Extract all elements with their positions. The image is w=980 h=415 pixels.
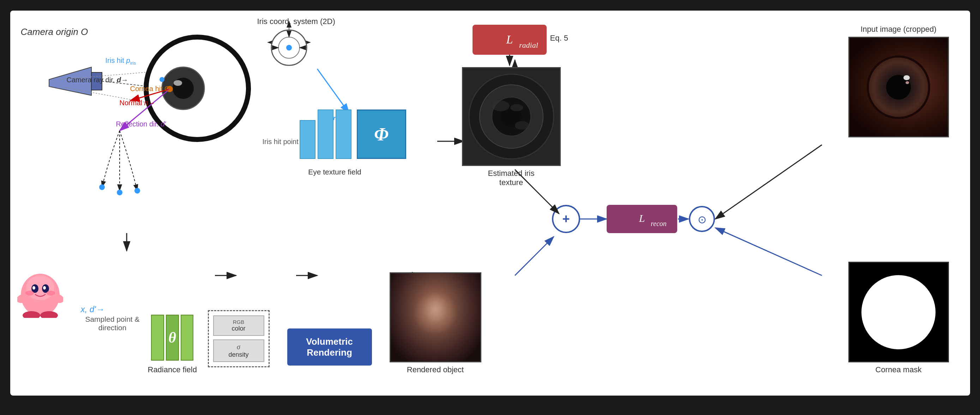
svg-line-26 — [515, 237, 554, 276]
texture-block-2 — [318, 110, 334, 159]
svg-point-13 — [173, 78, 194, 99]
rendered-object-image — [390, 272, 481, 362]
svg-rect-38 — [607, 205, 677, 233]
cornea-mask-caption: Cornea mask — [875, 365, 922, 374]
texture-block-1 — [300, 120, 315, 159]
sigma-label-box: σ density — [213, 339, 264, 362]
theta-symbol: θ — [168, 329, 176, 346]
svg-point-62 — [492, 101, 509, 111]
kirby-character — [17, 263, 63, 318]
input-image-label: Input image (cropped) — [861, 25, 936, 34]
rgb-sigma-output: RGB color σ density — [208, 310, 270, 367]
rgb-label-box: RGB color — [213, 315, 264, 336]
svg-line-31 — [317, 69, 349, 113]
svg-text:⊙: ⊙ — [697, 214, 706, 225]
estimated-iris-section: Estimated iristexture — [462, 67, 561, 187]
theta-strip-1 — [151, 315, 164, 361]
svg-line-46 — [715, 228, 822, 276]
svg-point-20 — [117, 190, 123, 195]
cornea-mask-section: Cornea mask — [848, 262, 949, 374]
svg-text:+: + — [562, 212, 570, 226]
input-image-section: Input image (cropped) — [848, 25, 949, 137]
main-diagram: + L recon ⊙ L radial Camera origin O Cam… — [10, 11, 970, 396]
svg-point-35 — [553, 206, 579, 232]
normal-label: Normal n→ — [119, 99, 155, 107]
svg-point-19 — [99, 184, 105, 190]
svg-point-14 — [173, 80, 182, 86]
rendered-face-highlight — [413, 291, 458, 335]
input-image — [848, 37, 949, 137]
vol-render-box: Volumetric Rendering — [287, 329, 372, 366]
camera-origin-label: Camera origin O — [21, 27, 88, 37]
svg-text:recon: recon — [651, 220, 667, 227]
svg-point-63 — [515, 121, 529, 129]
svg-point-70 — [43, 286, 46, 290]
rendered-object-caption: Rendered object — [407, 365, 464, 374]
cornea-hit-label: Cornea hit O' — [130, 85, 172, 93]
eye-texture-caption: Eye texture field — [300, 168, 370, 176]
input-reflection — [904, 75, 910, 80]
radiance-field-section: θ Radiance field — [148, 313, 197, 374]
svg-point-69 — [32, 286, 35, 290]
svg-rect-48 — [473, 25, 547, 55]
rgb-label: RGB — [217, 319, 260, 325]
svg-point-41 — [690, 207, 714, 231]
svg-point-64 — [510, 104, 523, 111]
svg-point-21 — [134, 188, 140, 193]
phi-box: Φ — [357, 110, 406, 159]
radiance-field-caption: Radiance field — [148, 365, 197, 374]
camera-ray-dir-label: Camera ray dir. d→ — [67, 76, 128, 84]
phi-symbol: Φ — [374, 124, 388, 145]
theta-box-container: θ — [149, 313, 195, 362]
iris-coord-label: Iris coord. system (2D) — [257, 17, 335, 26]
x-d-label: x, d'→ — [81, 305, 105, 314]
svg-text:L: L — [638, 212, 645, 224]
iris-hit-label: Iris hit piris — [105, 56, 136, 66]
eye-texture-blocks — [300, 110, 352, 159]
cornea-mask-image — [848, 262, 949, 362]
rendered-object-section: Rendered object — [390, 272, 481, 374]
sigma-symbol: σ — [217, 343, 260, 351]
sampled-point-label: Sampled point & direction — [74, 315, 151, 332]
eye-texture-phi-section: Φ — [300, 110, 406, 159]
svg-text:radial: radial — [519, 41, 538, 49]
iris-texture-svg — [466, 71, 557, 163]
svg-line-45 — [715, 145, 822, 219]
eq5-label: Eq. 5 — [550, 34, 568, 43]
svg-point-54 — [286, 45, 292, 51]
iris-coord-diagram — [270, 28, 309, 67]
svg-point-16 — [159, 77, 164, 82]
color-label: color — [217, 325, 260, 332]
cornea-mask-circle — [861, 275, 935, 349]
iris-hit-point-label: Iris hit point — [262, 138, 299, 146]
density-label: density — [217, 351, 260, 359]
svg-text:L: L — [506, 33, 513, 46]
reflection-dir-label: Reflection dir. d' — [116, 120, 166, 128]
estimated-iris-caption: Estimated iristexture — [488, 169, 534, 187]
texture-block-3 — [336, 110, 352, 159]
theta-strip-3 — [181, 315, 194, 361]
input-reflection-2 — [905, 81, 909, 84]
estimated-iris-image — [462, 67, 561, 166]
